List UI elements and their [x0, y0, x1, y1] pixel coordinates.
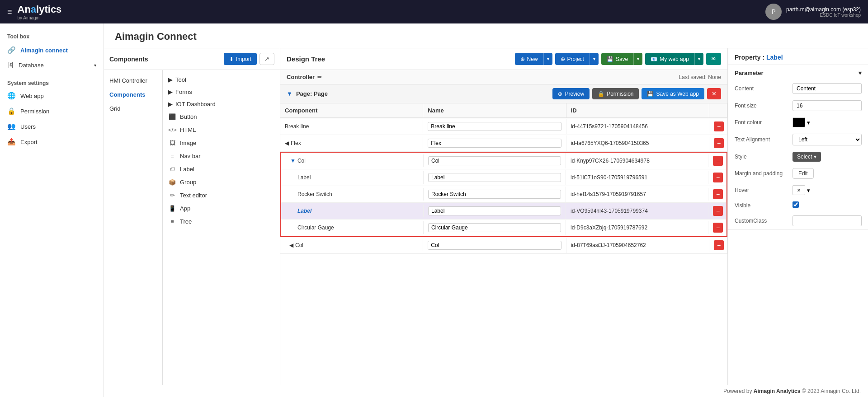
name-input[interactable]	[428, 139, 561, 148]
name-cell[interactable]	[424, 170, 566, 185]
design-tree-header: Design Tree ⊕ New ▾ ⊕ Project ▾	[280, 48, 727, 70]
name-cell[interactable]	[424, 220, 566, 235]
delete-button[interactable]: −	[713, 156, 723, 166]
sidebar-item-permission[interactable]: 🔒 Permission	[0, 103, 104, 119]
prop-value-fontsize[interactable]	[793, 100, 862, 111]
tree-table: Component Name ID Break line id-44715s97…	[280, 103, 727, 385]
project-dropdown-btn[interactable]: ▾	[590, 53, 599, 65]
new-button[interactable]: ⊕ New	[515, 53, 543, 65]
comp-cat-hmi[interactable]: HMI Controller	[104, 74, 162, 88]
name-input[interactable]	[428, 241, 561, 250]
last-saved: Last saved: None	[679, 74, 721, 80]
expand-icon-2[interactable]: ◀	[289, 242, 293, 248]
prop-value-customclass[interactable]	[793, 215, 862, 226]
prop-value-visible[interactable]	[793, 201, 862, 209]
delete-button[interactable]: −	[714, 121, 724, 131]
name-input[interactable]	[428, 122, 561, 131]
hover-dropdown-icon[interactable]: ▾	[807, 187, 810, 194]
my-web-app-dropdown-btn[interactable]: ▾	[694, 53, 703, 65]
margin-edit-button[interactable]: Edit	[793, 168, 814, 179]
prop-value-alignment[interactable]: Left Center Right	[793, 134, 862, 145]
style-select-button[interactable]: Select ▾	[793, 152, 821, 162]
edit-icon[interactable]: ✏	[317, 74, 322, 80]
preview-button[interactable]: ⊕ Preview	[552, 88, 590, 99]
sidebar-item-aimagin[interactable]: 🔗 Aimagin connect	[0, 42, 104, 58]
sidebar-item-export[interactable]: 📤 Export	[0, 134, 104, 149]
tree-table-header: Component Name ID	[280, 103, 727, 118]
hover-swatch[interactable]: ✕	[793, 185, 805, 195]
expand-icon[interactable]: ▼	[290, 158, 296, 164]
name-cell[interactable]	[424, 203, 566, 219]
close-page-button[interactable]: ✕	[707, 88, 721, 99]
table-row-selected[interactable]: Label id-VO9594hl43-1705919799374 −	[281, 203, 726, 220]
prop-value-content[interactable]	[793, 83, 862, 94]
sidebar-item-database[interactable]: 🗄 Database ▾	[0, 58, 104, 73]
comp-item-navbar[interactable]: ≡ Nav bar	[163, 149, 280, 163]
name-cell[interactable]	[424, 153, 566, 168]
prop-value-margin[interactable]: Edit	[793, 168, 862, 179]
color-dropdown-icon[interactable]: ▾	[807, 119, 810, 126]
my-web-app-button[interactable]: 📧 My web app	[645, 53, 694, 65]
name-cell[interactable]	[424, 187, 566, 202]
save-button[interactable]: 💾 Save	[601, 53, 633, 65]
delete-button[interactable]: −	[713, 173, 723, 182]
name-input[interactable]	[428, 223, 561, 232]
delete-button[interactable]: −	[713, 206, 723, 216]
customclass-input[interactable]	[793, 215, 862, 226]
comp-item-button[interactable]: ⬛ Button	[163, 110, 280, 123]
project-button[interactable]: ⊕ Project	[555, 53, 590, 65]
comp-item-group[interactable]: 📦 Group	[163, 176, 280, 189]
comp-item-label[interactable]: 🏷 Label	[163, 163, 280, 176]
comp-cat-grid[interactable]: Grid	[104, 102, 162, 116]
sidebar-item-users[interactable]: 👥 Users	[0, 119, 104, 134]
main-layout: Tool box 🔗 Aimagin connect 🗄 Database ▾ …	[0, 23, 868, 397]
comp-item-text-editor[interactable]: ✏ Text editor	[163, 189, 280, 202]
comp-cat-components[interactable]: Components	[104, 88, 162, 102]
name-cell[interactable]	[423, 238, 566, 253]
table-row[interactable]: Circular Gauge id-D9c3aXZbjq-17059197876…	[281, 220, 726, 236]
name-input[interactable]	[428, 206, 561, 215]
table-row[interactable]: Rocker Switch id-hef14s1579-170591979165…	[281, 186, 726, 203]
name-cell[interactable]	[423, 135, 566, 151]
collapse-icon[interactable]: ◀	[285, 140, 289, 146]
visible-checkbox[interactable]	[793, 201, 799, 208]
export-comp-button[interactable]: ↗	[259, 53, 274, 65]
font-color-swatch[interactable]	[793, 117, 805, 127]
name-input[interactable]	[428, 156, 561, 165]
name-cell[interactable]	[423, 119, 566, 134]
comp-item-tree[interactable]: ≡ Tree	[163, 215, 280, 228]
table-row[interactable]: ◀ Flex id-ta6765YXQ6-1705904150365 −	[280, 135, 727, 152]
permission-button[interactable]: 🔒 Permission	[592, 88, 639, 99]
content-input[interactable]	[793, 83, 862, 94]
new-dropdown-btn[interactable]: ▾	[543, 53, 552, 65]
save-as-web-app-button[interactable]: 💾 Save as Web app	[642, 88, 704, 99]
comp-item-html[interactable]: </> HTML	[163, 123, 280, 136]
delete-button[interactable]: −	[714, 138, 724, 148]
import-button[interactable]: ⬇ Import	[224, 53, 257, 65]
comp-group-forms[interactable]: ▶ Forms	[163, 86, 280, 98]
save-dropdown-btn[interactable]: ▾	[633, 53, 642, 65]
comp-item-image[interactable]: 🖼 Image	[163, 136, 280, 149]
sidebar-item-web-app[interactable]: 🌐 Web app	[0, 88, 104, 103]
sidebar-item-label-permission: Permission	[20, 108, 49, 115]
comp-item-app[interactable]: 📱 App	[163, 202, 280, 215]
table-row[interactable]: Label id-51lC71oS90-1705919796591 −	[281, 169, 726, 186]
table-row[interactable]: ◀ Col id-87T69asi3J-1705904652762 −	[280, 237, 727, 254]
alignment-select[interactable]: Left Center Right	[793, 134, 862, 145]
fontsize-input[interactable]	[793, 100, 862, 111]
hamburger-icon[interactable]: ≡	[7, 7, 12, 17]
name-input[interactable]	[428, 173, 561, 182]
comp-group-iot[interactable]: ▶ IOT Dashboard	[163, 98, 280, 110]
property-row-fontcolor: Font colour ▾	[728, 114, 868, 131]
comp-group-tool[interactable]: ▶ Tool	[163, 74, 280, 86]
prop-value-style[interactable]: Select ▾	[793, 152, 862, 162]
name-input[interactable]	[428, 190, 561, 199]
table-row[interactable]: Break line id-44715s9721-1705904148456 −	[280, 118, 727, 135]
preview-eye-button[interactable]: 👁	[706, 53, 721, 65]
delete-button[interactable]: −	[714, 240, 724, 250]
chevron-down-icon: ▾	[94, 63, 96, 68]
delete-button[interactable]: −	[713, 189, 723, 199]
delete-button[interactable]: −	[713, 223, 723, 233]
table-row[interactable]: ▼ Col id-Knyp97CX26-1705904634978 −	[281, 153, 726, 169]
property-section-header[interactable]: Parameter ▾	[728, 65, 868, 80]
